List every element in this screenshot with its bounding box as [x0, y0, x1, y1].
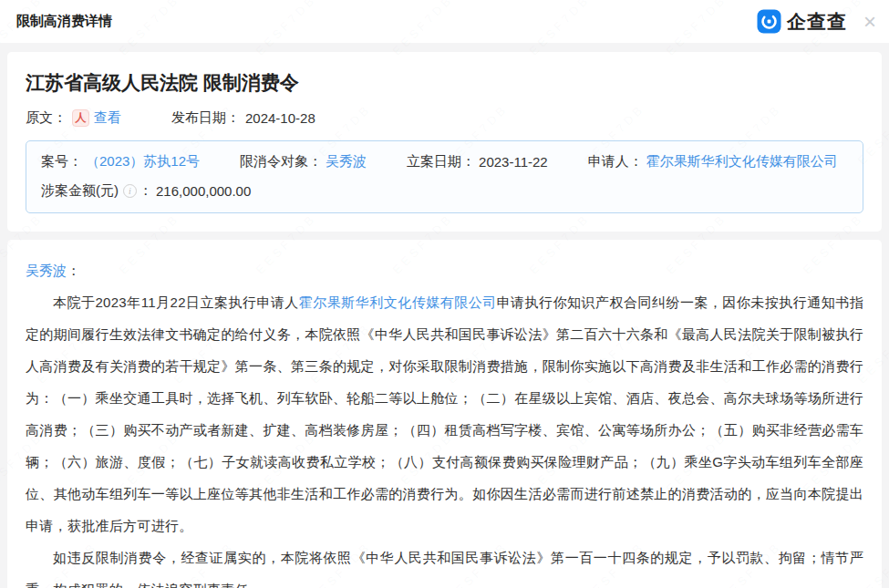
- paragraph-1-text-before: 本院于2023年11月22日立案执行申请人: [53, 294, 299, 310]
- field-case-number: 案号： （2023）苏执12号: [41, 153, 200, 170]
- pdf-file-icon[interactable]: 人: [72, 109, 89, 127]
- case-summary-box: 案号： （2023）苏执12号 限消令对象： 吴秀波 立案日期： 2023-11…: [26, 140, 863, 213]
- case-number-link[interactable]: （2023）苏执12号: [86, 153, 200, 170]
- order-paragraph-1: 本院于2023年11月22日立案执行申请人霍尔果斯华利文化传媒有限公司申请执行你…: [26, 286, 863, 542]
- window-header: 限制高消费详情 企查查 ×: [0, 0, 889, 43]
- brand-area: 企查查 ×: [757, 9, 876, 35]
- publish-date-label: 发布日期：: [171, 109, 240, 127]
- document-title: 江苏省高级人民法院 限制消费令: [26, 70, 863, 96]
- page-title: 限制高消费详情: [16, 13, 112, 30]
- field-restricted-person: 限消令对象： 吴秀波: [240, 153, 367, 170]
- restricted-person-link[interactable]: 吴秀波: [326, 153, 367, 170]
- document-header-card: 江苏省高级人民法院 限制消费令 原文： 人 查看 发布日期： 2024-10-2…: [7, 52, 882, 232]
- amount-value: 216,000,000.00: [156, 183, 251, 199]
- filing-date-label: 立案日期：: [407, 153, 475, 170]
- order-paragraph-2: 如违反限制消费令，经查证属实的，本院将依照《中华人民共和国民事诉讼法》第一百一十…: [26, 542, 863, 588]
- publish-date-value: 2024-10-28: [245, 110, 315, 126]
- field-filing-date: 立案日期： 2023-11-22: [407, 153, 548, 170]
- applicant-link[interactable]: 霍尔果斯华利文化传媒有限公司: [646, 153, 838, 170]
- paragraph-1-text-after: 申请执行你知识产权合同纠纷一案，因你未按执行通知书指定的期间履行生效法律文书确定…: [26, 294, 863, 533]
- document-meta-row: 原文： 人 查看 发布日期： 2024-10-28: [26, 109, 863, 127]
- brand-name: 企查查: [787, 9, 847, 35]
- field-amount: 涉案金额(元) i ： 216,000,000.00: [41, 182, 251, 200]
- restricted-person-label: 限消令对象：: [240, 153, 322, 170]
- source-label: 原文：: [26, 109, 67, 127]
- applicant-company-inline-link[interactable]: 霍尔果斯华利文化传媒有限公司: [299, 294, 497, 310]
- amount-colon: ：: [139, 182, 152, 200]
- info-tooltip-icon[interactable]: i: [123, 184, 137, 198]
- amount-label: 涉案金额(元): [41, 182, 119, 200]
- view-original-link[interactable]: 查看: [94, 109, 121, 127]
- close-icon[interactable]: ×: [863, 11, 876, 33]
- addressee-person-link[interactable]: 吴秀波: [26, 263, 67, 278]
- filing-date-value: 2023-11-22: [479, 154, 548, 170]
- applicant-label: 申请人：: [588, 153, 643, 170]
- case-number-label: 案号：: [41, 153, 82, 170]
- field-applicant: 申请人： 霍尔果斯华利文化传媒有限公司: [588, 153, 838, 170]
- case-summary-row-2: 涉案金额(元) i ： 216,000,000.00: [41, 182, 848, 200]
- order-body-card: 吴秀波： 本院于2023年11月22日立案执行申请人霍尔果斯华利文化传媒有限公司…: [7, 240, 882, 588]
- addressee-colon: ：: [67, 263, 80, 278]
- addressee-line: 吴秀波：: [26, 254, 863, 286]
- case-summary-row-1: 案号： （2023）苏执12号 限消令对象： 吴秀波 立案日期： 2023-11…: [41, 153, 848, 170]
- qichacha-logo-icon: [757, 9, 781, 34]
